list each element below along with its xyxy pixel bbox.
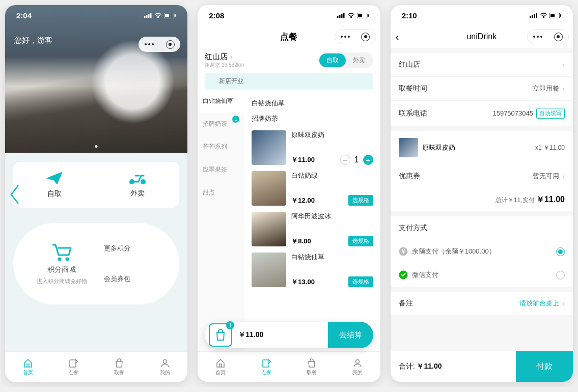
page-title: uniDrink [466,32,497,41]
product-item[interactable]: 原味双皮奶 ￥11.00 − 1 + [252,127,373,168]
pickup-time-row[interactable]: 取餐时间 立即用餐› [391,76,573,100]
wechat-icon [399,270,408,279]
tab-mine[interactable]: 我的 [335,352,380,382]
store-row[interactable]: 红山店 › [391,53,573,76]
store-block: 红山店 › 取餐时间 立即用餐› 联系电话 15975073045自动填写 [391,53,573,126]
cat-item[interactable]: 招牌奶茶1 [198,113,244,135]
tab-label: 取餐 [307,369,317,376]
subtotal-prefix: 总计￥11,实付 [496,197,535,204]
chevron-left-icon[interactable] [9,183,20,208]
radio-selected[interactable] [556,247,565,256]
delivery-button[interactable]: 外卖 [128,172,147,198]
svg-rect-0 [144,16,146,18]
tab-home[interactable]: 首页 [198,352,243,382]
status-bar: 2:04 [5,5,187,25]
cat-item[interactable]: 芒芒系列 [198,135,244,158]
cat-item[interactable]: 白钻烧仙草 [198,90,244,113]
spec-button[interactable]: 选规格 [348,195,373,206]
screen-checkout: 2:10 ‹ uniDrink 红山店 › 取餐时间 立即用餐› 联系电话 15… [391,5,573,382]
chevron-right-icon: › [562,172,565,180]
product-item[interactable]: 阿华田波波冰 ￥8.00选规格 [252,209,373,249]
phone-row[interactable]: 联系电话 15975073045自动填写 [391,100,573,126]
svg-rect-1 [146,15,148,18]
tab-mine[interactable]: 我的 [142,352,188,382]
promo-banner[interactable]: 新店开业 [205,73,373,90]
capsule-button[interactable] [139,37,180,52]
product-item[interactable]: 白钻奶绿 ￥12.00选规格 [252,168,373,209]
footer-label: 合计: [399,362,415,370]
product-item[interactable]: 白钻烧仙草 ￥13.00选规格 [252,249,373,290]
tab-home[interactable]: 首页 [5,352,51,382]
status-time: 2:10 [402,11,417,20]
pay-button[interactable]: 付款 [516,351,573,382]
more-icon[interactable] [533,36,542,38]
tab-pickup[interactable]: 取餐 [96,352,142,382]
hero-banner[interactable]: 您好，游客 [5,5,187,153]
home-icon [23,358,33,368]
wechat-pay-row[interactable]: 微信支付 [391,263,573,287]
svg-rect-23 [532,15,533,18]
more-icon[interactable] [341,36,350,38]
order-item: 原味双皮奶 x1 ￥11.00 [391,131,573,164]
close-icon[interactable] [361,33,370,41]
coupon-row[interactable]: 优惠券 暂无可用› [391,164,573,188]
tab-pickup[interactable]: 取餐 [289,352,335,382]
capsule-button[interactable] [335,29,376,44]
balance-pay-row[interactable]: ¥ 余额支付（余额￥1000.00） [391,240,573,263]
pickup-button[interactable]: 自取 [46,171,63,199]
note-row[interactable]: 备注 请放前台桌上› [391,292,573,315]
svg-rect-25 [536,13,537,18]
order-block: 原味双皮奶 x1 ￥11.00 优惠券 暂无可用› 总计￥11,实付 ￥11.0… [391,131,573,211]
product-thumb [252,171,286,206]
capsule-button[interactable] [527,29,569,44]
row-value: 暂无可用 [533,172,559,181]
tab-label: 取餐 [114,369,124,376]
svg-rect-24 [534,14,535,18]
mode-toggle[interactable]: 自取 外卖 [318,52,373,68]
plus-button[interactable]: + [363,155,373,165]
note-value: 请放前台桌上 [519,299,559,308]
yen-icon: ¥ [399,247,408,256]
screen-home: 2:04 您好，游客 自取 外卖 [5,5,187,382]
points-mall-button[interactable]: 积分商城 进入积分商城兑好物 [19,243,104,285]
spec-button[interactable]: 选规格 [348,236,373,246]
subtotal-row: 总计￥11,实付 ￥11.00 [391,188,573,211]
toggle-delivery[interactable]: 外卖 [346,53,372,67]
payment-header: 支付方式 [391,216,573,240]
close-icon[interactable] [166,40,175,49]
svg-rect-15 [341,14,343,18]
svg-rect-5 [165,14,169,17]
store-select[interactable]: 红山店 › 距离您 19.532km [205,52,244,69]
back-button[interactable]: ‹ [396,31,399,43]
tab-order[interactable]: 点餐 [243,352,289,382]
battery-icon [549,13,562,18]
footer-amount: ￥11.00 [417,362,442,370]
svg-rect-6 [175,14,176,17]
home-icon [215,358,226,368]
cat-item[interactable]: 应季果茶 [198,158,244,181]
signal-icon [337,13,345,18]
category-sidebar: 白钻烧仙草 招牌奶茶1 芒芒系列 应季果茶 甜点 [198,90,244,351]
tab-label: 点餐 [68,369,78,376]
svg-text:¥: ¥ [402,248,405,255]
order-icon [261,358,271,368]
coupon-wallet-link[interactable]: 会员券包 [104,274,173,284]
autofill-button[interactable]: 自动填写 [536,108,565,119]
cat-item[interactable]: 甜点 [198,181,244,204]
page-title: 点餐 [280,31,297,43]
tab-order[interactable]: 点餐 [51,352,97,382]
toggle-pickup[interactable]: 自取 [319,53,346,67]
close-icon[interactable] [554,33,563,41]
checkout-button[interactable]: 去结算 [328,322,373,348]
store-row: 红山店 › 距离您 19.532km 自取 外卖 [198,48,380,73]
minus-button[interactable]: − [340,155,350,165]
cart-button[interactable]: 1 [209,323,232,347]
product-list[interactable]: 白钻烧仙草 招牌奶茶 原味双皮奶 ￥11.00 − 1 + [244,90,380,351]
cart-bar: 1 ￥11.00 去结算 [205,322,373,348]
svg-rect-19 [368,14,369,17]
tab-label: 点餐 [261,369,271,376]
spec-button[interactable]: 选规格 [348,276,373,287]
more-points-link[interactable]: 更多积分 [104,244,173,253]
radio-unselected[interactable] [556,271,565,279]
more-icon[interactable] [145,43,154,45]
